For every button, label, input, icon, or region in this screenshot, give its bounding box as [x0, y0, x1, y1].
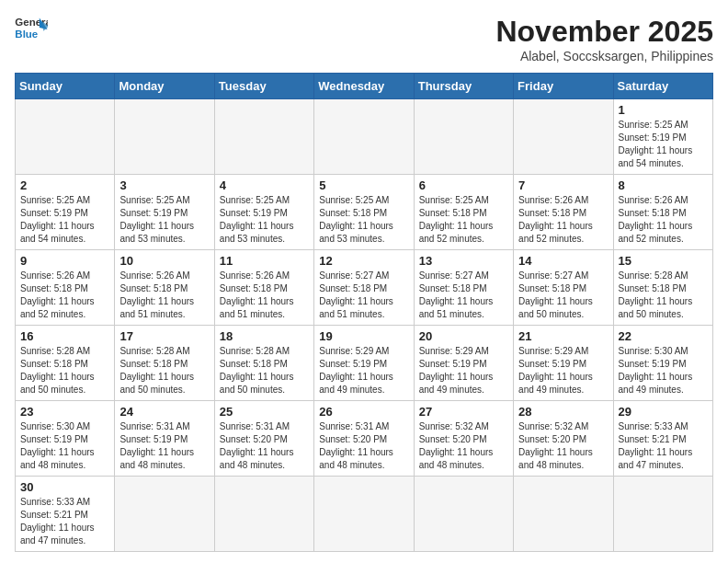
day-info: Sunrise: 5:30 AM Sunset: 5:19 PM Dayligh… — [619, 345, 708, 396]
table-row: 2Sunrise: 5:25 AM Sunset: 5:19 PM Daylig… — [16, 175, 115, 250]
day-number: 19 — [319, 329, 408, 343]
table-row — [414, 99, 513, 175]
header-saturday: Saturday — [613, 74, 712, 99]
table-row — [214, 477, 313, 552]
day-number: 6 — [419, 178, 508, 192]
day-info: Sunrise: 5:29 AM Sunset: 5:19 PM Dayligh… — [518, 345, 608, 396]
day-number: 29 — [619, 405, 708, 419]
table-row — [214, 99, 313, 175]
day-number: 28 — [518, 405, 608, 419]
month-year-title: November 2025 — [495, 15, 713, 49]
weekday-header-row: Sunday Monday Tuesday Wednesday Thursday… — [16, 74, 713, 99]
calendar-table: Sunday Monday Tuesday Wednesday Thursday… — [15, 73, 713, 552]
table-row: 3Sunrise: 5:25 AM Sunset: 5:19 PM Daylig… — [115, 175, 214, 250]
day-info: Sunrise: 5:28 AM Sunset: 5:18 PM Dayligh… — [20, 345, 109, 396]
table-row: 23Sunrise: 5:30 AM Sunset: 5:19 PM Dayli… — [16, 401, 115, 477]
day-number: 5 — [319, 178, 408, 192]
table-row: 26Sunrise: 5:31 AM Sunset: 5:20 PM Dayli… — [314, 401, 414, 477]
day-info: Sunrise: 5:25 AM Sunset: 5:19 PM Dayligh… — [20, 194, 109, 246]
table-row: 10Sunrise: 5:26 AM Sunset: 5:18 PM Dayli… — [115, 250, 214, 326]
calendar-week-row: 9Sunrise: 5:26 AM Sunset: 5:18 PM Daylig… — [16, 250, 713, 326]
day-info: Sunrise: 5:28 AM Sunset: 5:18 PM Dayligh… — [119, 345, 209, 396]
table-row: 18Sunrise: 5:28 AM Sunset: 5:18 PM Dayli… — [214, 326, 313, 401]
table-row: 11Sunrise: 5:26 AM Sunset: 5:18 PM Dayli… — [214, 250, 313, 326]
day-number: 22 — [619, 329, 708, 343]
svg-text:Blue: Blue — [15, 29, 38, 40]
table-row — [613, 477, 712, 552]
day-number: 3 — [119, 178, 209, 192]
day-info: Sunrise: 5:25 AM Sunset: 5:19 PM Dayligh… — [619, 119, 708, 170]
day-number: 7 — [518, 178, 608, 192]
table-row: 17Sunrise: 5:28 AM Sunset: 5:18 PM Dayli… — [115, 326, 214, 401]
day-info: Sunrise: 5:26 AM Sunset: 5:18 PM Dayligh… — [119, 270, 209, 321]
day-info: Sunrise: 5:25 AM Sunset: 5:18 PM Dayligh… — [319, 194, 408, 246]
day-info: Sunrise: 5:26 AM Sunset: 5:18 PM Dayligh… — [518, 194, 608, 246]
table-row — [314, 477, 414, 552]
day-info: Sunrise: 5:33 AM Sunset: 5:21 PM Dayligh… — [20, 496, 109, 547]
day-number: 21 — [518, 329, 608, 343]
day-number: 8 — [619, 178, 708, 192]
table-row: 1Sunrise: 5:25 AM Sunset: 5:19 PM Daylig… — [613, 99, 712, 175]
header-monday: Monday — [115, 74, 214, 99]
day-info: Sunrise: 5:26 AM Sunset: 5:18 PM Dayligh… — [20, 270, 109, 321]
day-info: Sunrise: 5:30 AM Sunset: 5:19 PM Dayligh… — [20, 420, 109, 472]
day-number: 4 — [220, 178, 309, 192]
table-row: 4Sunrise: 5:25 AM Sunset: 5:19 PM Daylig… — [214, 175, 313, 250]
table-row: 6Sunrise: 5:25 AM Sunset: 5:18 PM Daylig… — [414, 175, 513, 250]
day-info: Sunrise: 5:26 AM Sunset: 5:18 PM Dayligh… — [220, 270, 309, 321]
day-info: Sunrise: 5:25 AM Sunset: 5:19 PM Dayligh… — [220, 194, 309, 246]
table-row: 14Sunrise: 5:27 AM Sunset: 5:18 PM Dayli… — [514, 250, 613, 326]
day-info: Sunrise: 5:27 AM Sunset: 5:18 PM Dayligh… — [518, 270, 608, 321]
day-info: Sunrise: 5:32 AM Sunset: 5:20 PM Dayligh… — [518, 420, 608, 472]
day-number: 23 — [20, 405, 109, 419]
day-info: Sunrise: 5:28 AM Sunset: 5:18 PM Dayligh… — [220, 345, 309, 396]
day-info: Sunrise: 5:25 AM Sunset: 5:18 PM Dayligh… — [419, 194, 508, 246]
table-row: 12Sunrise: 5:27 AM Sunset: 5:18 PM Dayli… — [314, 250, 414, 326]
day-info: Sunrise: 5:32 AM Sunset: 5:20 PM Dayligh… — [419, 420, 508, 472]
calendar-title-area: November 2025 Alabel, Soccsksargen, Phil… — [495, 15, 713, 63]
header-tuesday: Tuesday — [214, 74, 313, 99]
day-info: Sunrise: 5:31 AM Sunset: 5:20 PM Dayligh… — [220, 420, 309, 472]
table-row: 8Sunrise: 5:26 AM Sunset: 5:18 PM Daylig… — [613, 175, 712, 250]
table-row: 15Sunrise: 5:28 AM Sunset: 5:18 PM Dayli… — [613, 250, 712, 326]
day-number: 14 — [518, 254, 608, 268]
day-number: 1 — [619, 103, 708, 117]
table-row — [314, 99, 414, 175]
table-row: 21Sunrise: 5:29 AM Sunset: 5:19 PM Dayli… — [514, 326, 613, 401]
table-row: 13Sunrise: 5:27 AM Sunset: 5:18 PM Dayli… — [414, 250, 513, 326]
day-number: 15 — [619, 254, 708, 268]
day-number: 25 — [220, 405, 309, 419]
generalblue-logo-icon: General Blue — [15, 15, 48, 42]
day-number: 10 — [119, 254, 209, 268]
day-info: Sunrise: 5:27 AM Sunset: 5:18 PM Dayligh… — [419, 270, 508, 321]
table-row: 7Sunrise: 5:26 AM Sunset: 5:18 PM Daylig… — [514, 175, 613, 250]
calendar-week-row: 16Sunrise: 5:28 AM Sunset: 5:18 PM Dayli… — [16, 326, 713, 401]
page-header: General Blue November 2025 Alabel, Soccs… — [15, 15, 713, 63]
table-row — [16, 99, 115, 175]
day-number: 12 — [319, 254, 408, 268]
day-info: Sunrise: 5:28 AM Sunset: 5:18 PM Dayligh… — [619, 270, 708, 321]
table-row — [115, 99, 214, 175]
location-subtitle: Alabel, Soccsksargen, Philippines — [495, 49, 713, 63]
table-row: 27Sunrise: 5:32 AM Sunset: 5:20 PM Dayli… — [414, 401, 513, 477]
day-info: Sunrise: 5:25 AM Sunset: 5:19 PM Dayligh… — [119, 194, 209, 246]
day-info: Sunrise: 5:33 AM Sunset: 5:21 PM Dayligh… — [619, 420, 708, 472]
calendar-week-row: 23Sunrise: 5:30 AM Sunset: 5:19 PM Dayli… — [16, 401, 713, 477]
header-wednesday: Wednesday — [314, 74, 414, 99]
calendar-week-row: 1Sunrise: 5:25 AM Sunset: 5:19 PM Daylig… — [16, 99, 713, 175]
day-info: Sunrise: 5:31 AM Sunset: 5:20 PM Dayligh… — [319, 420, 408, 472]
day-number: 16 — [20, 329, 109, 343]
table-row — [514, 99, 613, 175]
header-thursday: Thursday — [414, 74, 513, 99]
header-sunday: Sunday — [16, 74, 115, 99]
table-row: 29Sunrise: 5:33 AM Sunset: 5:21 PM Dayli… — [613, 401, 712, 477]
logo: General Blue — [15, 15, 48, 42]
calendar-week-row: 30Sunrise: 5:33 AM Sunset: 5:21 PM Dayli… — [16, 477, 713, 552]
day-number: 20 — [419, 329, 508, 343]
day-number: 13 — [419, 254, 508, 268]
table-row — [414, 477, 513, 552]
day-number: 26 — [319, 405, 408, 419]
header-friday: Friday — [514, 74, 613, 99]
table-row: 24Sunrise: 5:31 AM Sunset: 5:19 PM Dayli… — [115, 401, 214, 477]
table-row: 25Sunrise: 5:31 AM Sunset: 5:20 PM Dayli… — [214, 401, 313, 477]
